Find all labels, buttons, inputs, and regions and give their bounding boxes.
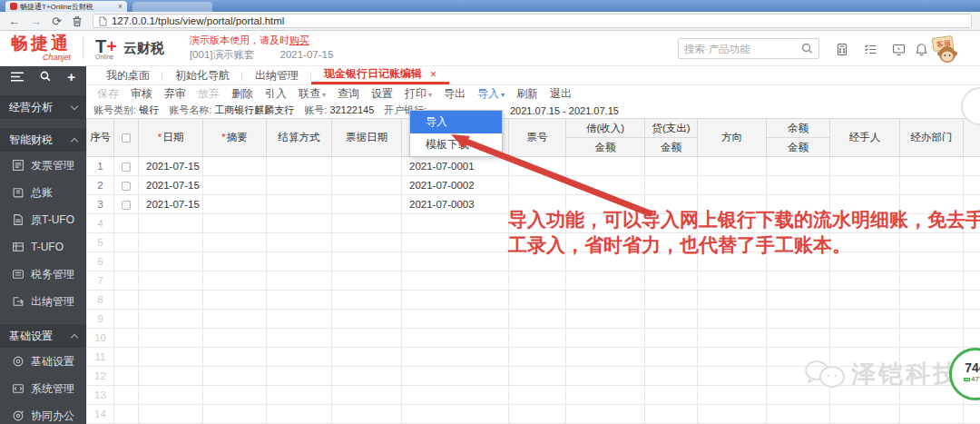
cell[interactable]	[566, 348, 645, 367]
cell[interactable]	[566, 386, 645, 405]
cell[interactable]	[332, 233, 402, 252]
sidebar-search-icon[interactable]	[40, 71, 51, 82]
cell[interactable]	[964, 310, 980, 329]
cell[interactable]	[767, 405, 830, 424]
tab-现金银行日记账编辑[interactable]: 现金银行日记账编辑×	[311, 66, 449, 84]
cell[interactable]	[767, 271, 830, 291]
toolbar-button-导出[interactable]: 导出	[444, 86, 466, 102]
cell[interactable]	[698, 405, 767, 424]
toolbar-button-设置[interactable]: 设置	[371, 86, 393, 102]
cell[interactable]	[964, 271, 980, 291]
cell[interactable]	[267, 291, 332, 310]
cell[interactable]	[267, 214, 332, 233]
tab-出纳管理[interactable]: 出纳管理	[242, 66, 311, 84]
cell[interactable]	[509, 348, 566, 367]
cell[interactable]	[509, 329, 566, 348]
cell[interactable]	[203, 329, 267, 348]
cell[interactable]	[203, 367, 267, 386]
cell[interactable]	[139, 310, 203, 329]
cell[interactable]	[645, 386, 698, 405]
cell[interactable]	[332, 329, 402, 348]
browser-tab[interactable]: 畅捷通T+Online云财税 ×	[5, 1, 127, 12]
cell[interactable]: 2021-07-15	[139, 176, 203, 195]
cell[interactable]	[402, 291, 509, 310]
cell[interactable]	[332, 291, 402, 310]
cell[interactable]	[698, 271, 767, 291]
toolbar-button-打印[interactable]: 打印▾	[405, 86, 432, 102]
cell[interactable]: 2021-07-0002	[402, 176, 509, 195]
cell[interactable]	[698, 310, 767, 329]
cell[interactable]	[139, 348, 203, 367]
cell[interactable]	[900, 176, 964, 195]
cell[interactable]	[566, 405, 645, 424]
cell[interactable]	[964, 291, 980, 310]
cell[interactable]	[566, 176, 645, 195]
cell[interactable]	[332, 176, 402, 195]
cell[interactable]	[509, 271, 566, 291]
checklist-icon[interactable]	[864, 43, 877, 56]
sidebar-item-税务管理[interactable]: 税务管理	[0, 261, 86, 288]
cell[interactable]	[698, 157, 767, 176]
cell[interactable]	[964, 157, 980, 176]
cell[interactable]	[332, 348, 402, 367]
menu-item-模板下载[interactable]: 模板下载	[410, 133, 502, 156]
cell[interactable]	[509, 310, 566, 329]
cell[interactable]	[203, 252, 267, 271]
date-range[interactable]: 2021.07.15 - 2021.07.15	[510, 105, 619, 116]
sidebar-item-系统管理[interactable]: 系统管理	[0, 375, 86, 402]
cell[interactable]	[203, 233, 267, 252]
sidebar-section-基础设置[interactable]: 基础设置	[0, 324, 86, 348]
cell[interactable]	[267, 329, 332, 348]
cell[interactable]	[698, 386, 767, 405]
cell[interactable]	[964, 405, 980, 424]
cell[interactable]	[203, 291, 267, 310]
toolbar-button-联查[interactable]: 联查▾	[299, 86, 326, 102]
toolbar-button-查询[interactable]: 查询	[338, 86, 359, 102]
buy-link[interactable]: 购买	[289, 35, 309, 45]
cell[interactable]	[645, 329, 698, 348]
cell[interactable]	[509, 367, 566, 386]
cell[interactable]	[566, 157, 645, 176]
cell[interactable]	[332, 271, 402, 291]
cell[interactable]	[645, 291, 698, 310]
chevron-down-icon[interactable]	[71, 102, 78, 109]
cell[interactable]	[767, 329, 830, 348]
cell[interactable]	[698, 291, 767, 310]
sidebar-section-智能财税[interactable]: 智能财税	[0, 128, 86, 152]
account-number-value[interactable]: 32122145	[329, 104, 374, 115]
cell[interactable]	[203, 157, 267, 176]
cell[interactable]	[267, 233, 332, 252]
cell[interactable]	[645, 367, 698, 386]
cell[interactable]	[830, 329, 900, 348]
cell[interactable]	[900, 329, 964, 348]
cell[interactable]	[767, 157, 830, 176]
cell[interactable]: 2021-07-0003	[402, 195, 509, 214]
cell[interactable]	[830, 310, 900, 329]
cell[interactable]	[767, 310, 830, 329]
cell[interactable]	[509, 176, 566, 195]
toolbar-button-保存[interactable]: 保存	[97, 86, 119, 102]
sidebar-item-协同办公[interactable]: 协同办公	[0, 402, 86, 424]
cell[interactable]	[139, 291, 203, 310]
cell[interactable]	[566, 291, 645, 310]
cell[interactable]: 2021-07-0001	[402, 157, 509, 176]
back-icon[interactable]: ←	[8, 15, 20, 27]
cell[interactable]	[203, 310, 267, 329]
cell[interactable]	[139, 252, 203, 271]
cell[interactable]	[402, 214, 509, 233]
cell[interactable]	[645, 176, 698, 195]
customer-service-mascot-icon[interactable]: 客服	[927, 35, 964, 68]
cell[interactable]	[267, 367, 332, 386]
cell[interactable]	[402, 405, 509, 424]
search-input[interactable]	[684, 44, 801, 54]
search-icon[interactable]	[801, 43, 813, 54]
cell[interactable]	[964, 329, 980, 348]
cell[interactable]	[830, 405, 900, 424]
cell[interactable]	[203, 386, 267, 405]
cell[interactable]	[566, 367, 645, 386]
cell[interactable]	[900, 405, 964, 424]
trash-icon[interactable]	[72, 15, 83, 27]
cell[interactable]	[332, 367, 402, 386]
toolbar-button-弃审[interactable]: 弃审	[164, 86, 186, 102]
cell[interactable]	[830, 271, 900, 291]
